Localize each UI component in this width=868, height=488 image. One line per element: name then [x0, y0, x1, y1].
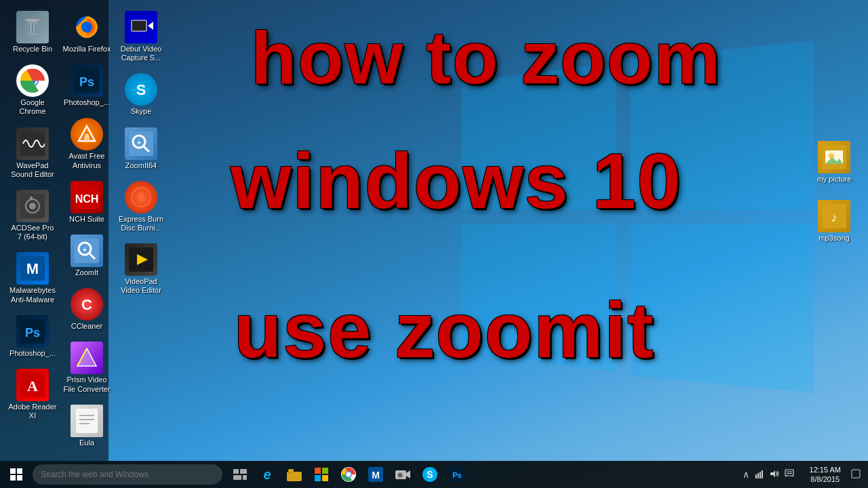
skype-label: Skype	[131, 107, 152, 116]
desktop-icon-recycle-bin[interactable]: Recycle Bin	[7, 8, 58, 56]
svg-marker-88	[770, 470, 775, 477]
svg-rect-62	[233, 475, 241, 480]
desktop-icon-skype[interactable]: S Skype	[115, 70, 167, 119]
eula-icon	[71, 405, 103, 437]
svg-point-16	[29, 203, 36, 209]
desktop-icon-photoshop1[interactable]: Ps Photoshop_...	[7, 312, 58, 361]
svg-rect-87	[762, 470, 763, 479]
svg-point-25	[81, 22, 92, 33]
debut-icon	[125, 11, 157, 43]
malwarebytes-icon: M	[16, 252, 49, 285]
taskbar-edge[interactable]: e	[255, 461, 279, 488]
desktop-icon-wavepad[interactable]: WavePad Sound Editor	[7, 125, 58, 182]
svg-text:Ps: Ps	[25, 326, 40, 340]
svg-text:Ps: Ps	[452, 471, 461, 479]
svg-text:Ps: Ps	[79, 75, 94, 89]
taskbar-chrome[interactable]	[336, 461, 361, 488]
volume-icon[interactable]	[768, 468, 781, 482]
taskbar-task-view[interactable]	[228, 461, 252, 488]
nch-icon: NCH	[71, 181, 103, 214]
svg-rect-67	[315, 468, 321, 474]
svg-rect-64	[287, 472, 302, 481]
svg-marker-37	[77, 348, 96, 366]
svg-text:NCH: NCH	[75, 193, 99, 205]
mp3song-icon: ♪	[818, 200, 850, 232]
windows-logo-icon	[10, 468, 22, 481]
photoshop1-label: Photoshop_...	[9, 349, 56, 358]
desktop-icon-prism[interactable]: Prism Video File Converter	[61, 339, 113, 396]
svg-marker-3	[631, 224, 814, 393]
taskbar-store[interactable]	[309, 461, 334, 488]
desktop-icon-ccleaner[interactable]: C CCleaner	[61, 285, 113, 333]
desktop-icon-videopad[interactable]: VideoPad Video Editor	[115, 241, 167, 298]
action-center-icon[interactable]	[783, 468, 796, 482]
prism-label: Prism Video File Converter	[62, 375, 111, 393]
desktop-icon-photoshop2[interactable]: Ps Photoshop_...	[61, 62, 113, 110]
svg-marker-0	[461, 62, 616, 209]
svg-rect-70	[322, 475, 328, 481]
taskbar-time: 12:15 AM	[810, 465, 841, 474]
my-picture-icon	[818, 141, 850, 174]
desktop-icon-eula[interactable]: Eula	[61, 402, 113, 450]
adobe-icon: A	[16, 369, 49, 401]
mp3song-label: mp3song	[818, 234, 849, 243]
desktop-icon-acdsee[interactable]: ACDSee Pro 7 (64-bit)	[7, 187, 58, 244]
svg-text:M: M	[372, 470, 380, 481]
svg-rect-66	[288, 469, 294, 472]
express-burn-icon	[125, 181, 157, 214]
avast-label: Avast Free Antivirus	[62, 152, 111, 169]
svg-rect-69	[315, 475, 321, 481]
desktop-icon-express-burn[interactable]: Express Burn Disc Burni...	[115, 178, 167, 235]
acdsee-icon	[16, 190, 49, 222]
taskbar-clock[interactable]: 12:15 AM 8/8/2015	[804, 465, 846, 485]
acdsee-label: ACDSee Pro 7 (64-bit)	[8, 224, 57, 241]
desktop-icon-avast[interactable]: a Avast Free Antivirus	[61, 115, 113, 172]
desktop-icon-chrome[interactable]: Google Chrome	[7, 62, 58, 119]
svg-point-73	[347, 472, 351, 477]
svg-rect-86	[760, 472, 761, 479]
debut-label: Debut Video Capture S...	[117, 45, 165, 62]
desktop-icon-mp3song[interactable]: ♪ mp3song	[808, 197, 860, 245]
taskbar-search-input[interactable]	[33, 464, 222, 485]
desktop-icon-my-picture[interactable]: my picture	[808, 138, 860, 186]
svg-text:M: M	[26, 260, 39, 277]
taskbar-skype[interactable]: S	[418, 461, 442, 488]
wavepad-icon	[16, 127, 49, 160]
taskbar-malwarebytes[interactable]: M	[363, 461, 388, 488]
svg-rect-39	[76, 409, 98, 433]
svg-point-56	[829, 153, 834, 159]
taskbar-cam[interactable]	[391, 461, 415, 488]
zoomit64-icon: +	[125, 127, 157, 160]
svg-rect-63	[243, 475, 247, 480]
desktop-icon-zoomit64[interactable]: + ZoomIt64	[115, 125, 167, 173]
network-icon[interactable]	[753, 468, 766, 482]
wavepad-label: WavePad Sound Editor	[8, 161, 57, 179]
prism-icon	[71, 342, 103, 374]
firefox-label: Mozilla Firefox	[63, 45, 111, 54]
desktop-icon-firefox[interactable]: Mozilla Firefox	[61, 8, 113, 56]
start-button[interactable]	[0, 461, 33, 488]
taskbar-system-tray: ∧ 12:15 AM 8/8/2015	[741, 465, 868, 485]
desktop-icon-zoomit[interactable]: + ZoomIt	[61, 232, 113, 280]
desktop-icon-nch[interactable]: NCH NCH Suite	[61, 178, 113, 226]
taskbar-photoshop[interactable]: Ps	[445, 461, 469, 488]
svg-text:a: a	[84, 131, 90, 142]
desktop-icon-debut[interactable]: Debut Video Capture S...	[115, 8, 167, 65]
desktop-icon-adobe[interactable]: A Adobe Reader XI	[7, 366, 58, 423]
notification-area[interactable]	[849, 468, 863, 482]
skype-icon: S	[125, 73, 157, 106]
svg-marker-1	[631, 41, 814, 210]
svg-rect-13	[20, 131, 45, 156]
taskbar-file-explorer[interactable]	[282, 461, 307, 488]
svg-text:S: S	[136, 81, 146, 98]
nch-label: NCH Suite	[69, 215, 104, 224]
zoomit64-label: ZoomIt64	[125, 161, 157, 170]
desktop-icon-malwarebytes[interactable]: M Malwarebytes Anti-Malware	[7, 249, 58, 306]
malwarebytes-label: Malwarebytes Anti-Malware	[8, 286, 57, 304]
videopad-icon	[125, 243, 157, 276]
recycle-bin-icon	[16, 11, 49, 43]
show-hidden-icon[interactable]: ∧	[741, 468, 751, 481]
svg-text:+: +	[137, 138, 141, 146]
svg-text:S: S	[427, 469, 433, 480]
svg-rect-4	[26, 19, 39, 21]
